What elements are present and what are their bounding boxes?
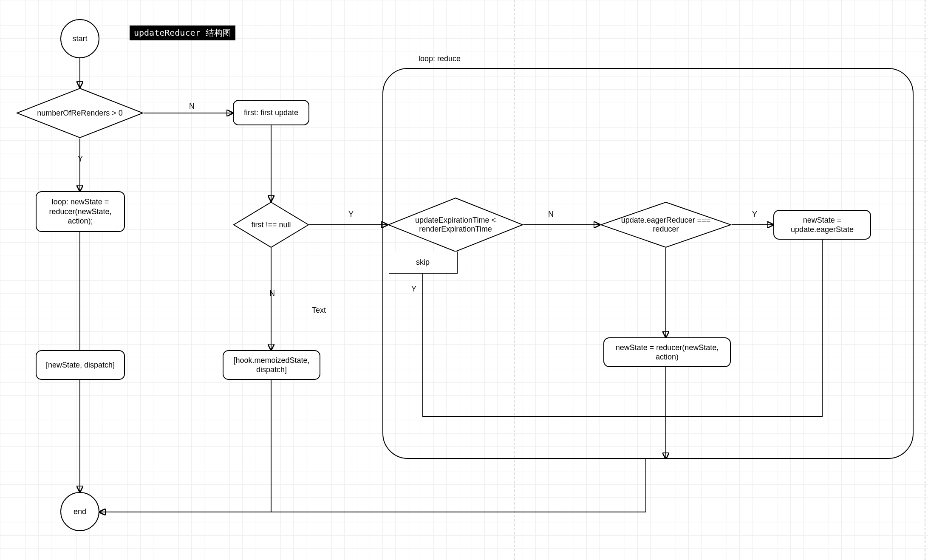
label-y-4: Y bbox=[752, 210, 757, 219]
decision-expiration: updateExpirationTime < renderExpirationT… bbox=[388, 197, 523, 252]
decision-first-null-label: first !== null bbox=[251, 221, 291, 229]
decision-eager-label: update.eagerReducer === reducer bbox=[620, 216, 712, 234]
diagram-canvas: updateReducer 结构图 start numberOfReRender… bbox=[0, 0, 928, 560]
label-y-1: Y bbox=[78, 155, 83, 164]
decision-expiration-label: updateExpirationTime < renderExpirationT… bbox=[408, 216, 503, 234]
node-skip: skip bbox=[389, 252, 458, 274]
node-reduce-state: newState = reducer(newState, action) bbox=[603, 337, 731, 367]
decision-first-null: first !== null bbox=[233, 201, 309, 248]
diagram-title: updateReducer 结构图 bbox=[130, 25, 235, 40]
loop-caption: loop: reduce bbox=[419, 54, 461, 63]
node-end: end bbox=[60, 492, 99, 531]
node-loop-reducer: loop: newState = reducer(newState, actio… bbox=[36, 191, 125, 232]
label-y-2: Y bbox=[348, 210, 354, 219]
node-eager-state: newState = update.eagerState bbox=[773, 210, 871, 240]
decision-eager: update.eagerReducer === reducer bbox=[600, 201, 732, 248]
decision-rerenders-label: numberOfReRenders > 0 bbox=[37, 109, 123, 118]
label-y-3: Y bbox=[411, 285, 416, 294]
label-n-2: N bbox=[269, 289, 275, 298]
label-text: Text bbox=[312, 306, 326, 315]
decision-rerenders: numberOfReRenders > 0 bbox=[16, 88, 144, 139]
label-n-1: N bbox=[189, 102, 195, 111]
loop-container bbox=[382, 68, 914, 459]
node-start: start bbox=[60, 19, 99, 58]
page-fold-line bbox=[925, 0, 925, 560]
label-n-3: N bbox=[548, 210, 554, 219]
node-return-memo: [hook.memoizedState, dispatch] bbox=[223, 350, 320, 380]
node-return-newstate: [newState, dispatch] bbox=[36, 350, 125, 380]
node-first-update: first: first update bbox=[233, 100, 309, 125]
